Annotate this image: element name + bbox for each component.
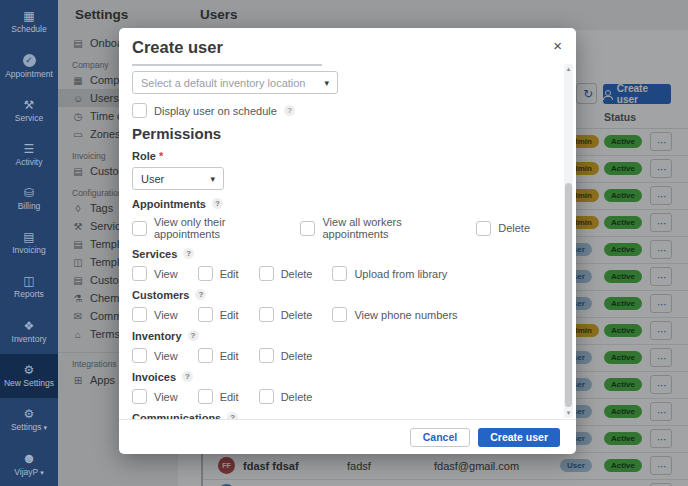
sidebar-item-service[interactable]: ⚒Service: [0, 88, 58, 132]
display-user-on-schedule-label: Display user on schedule: [154, 105, 277, 117]
permission-checkbox-row: View only their appointmentsView all wor…: [132, 216, 550, 240]
checkbox[interactable]: [132, 348, 147, 363]
cancel-button[interactable]: Cancel: [410, 428, 470, 447]
caret-down-icon: ▾: [44, 424, 48, 431]
checkbox[interactable]: [198, 307, 213, 322]
chevron-down-icon: ▾: [210, 174, 215, 184]
user-avatar-icon: ☻: [22, 451, 37, 465]
sidebar-item-label: Inventory: [12, 335, 47, 344]
permission-option-delete: Delete: [259, 389, 313, 404]
permission-section-title: Invoices: [132, 371, 176, 383]
help-icon[interactable]: ?: [182, 371, 193, 382]
sidebar-item-billing[interactable]: ⛁Billing: [0, 177, 58, 221]
permission-section-title: Customers: [132, 289, 189, 301]
scrollbar-up-arrow-icon[interactable]: ▴: [564, 64, 573, 74]
scrollbar-thumb[interactable]: [565, 183, 572, 407]
display-user-on-schedule-checkbox[interactable]: [132, 103, 147, 118]
checkbox[interactable]: [132, 221, 147, 236]
help-icon[interactable]: ?: [188, 330, 199, 341]
checkbox[interactable]: [132, 389, 147, 404]
permission-option-label: Edit: [220, 268, 239, 280]
checkbox[interactable]: [300, 221, 315, 236]
role-select-value: User: [141, 173, 164, 185]
sidebar-item-invoicing[interactable]: ▤Invoicing: [0, 221, 58, 265]
permission-option-upload-from-library: Upload from library: [332, 266, 447, 281]
permission-option-view-phone-numbers: View phone numbers: [332, 307, 457, 322]
modal-scrollbar[interactable]: ▴ ▾: [564, 64, 573, 418]
modal-title: Create user: [132, 38, 223, 57]
coins-icon: ⛁: [24, 187, 34, 199]
sidebar-item-label: Appointment: [5, 70, 53, 79]
scrollbar-down-arrow-icon[interactable]: ▾: [564, 408, 573, 418]
sidebar-item-settings[interactable]: ⚙Settings▾: [0, 398, 58, 442]
permission-section-title: Appointments: [132, 198, 206, 210]
permission-checkbox-row: ViewEditDelete: [132, 348, 550, 363]
permission-section-title: Services: [132, 248, 177, 260]
permission-option-delete: Delete: [259, 266, 313, 281]
sidebar-item-schedule[interactable]: ▦Schedule: [0, 0, 58, 44]
chevron-down-icon: ▾: [324, 78, 329, 88]
permission-option-edit: Edit: [198, 266, 239, 281]
modal-create-user-button[interactable]: Create user: [478, 428, 560, 447]
checkbox[interactable]: [259, 389, 274, 404]
permission-option-label: Delete: [281, 268, 313, 280]
permission-section-services: Services?ViewEditDeleteUpload from libra…: [132, 247, 550, 281]
sidebar-item-label: Billing: [18, 202, 41, 211]
sidebar-item-vijayp[interactable]: ☻VijayP▾: [0, 442, 58, 486]
modal-footer: Cancel Create user: [119, 419, 576, 454]
checkbox[interactable]: [198, 348, 213, 363]
help-icon[interactable]: ?: [284, 105, 295, 116]
checkbox[interactable]: [132, 307, 147, 322]
role-select[interactable]: User ▾: [132, 167, 224, 190]
gear-icon: ⚙: [24, 364, 35, 376]
permission-section-title: Inventory: [132, 330, 182, 342]
sidebar-item-label: New Settings: [4, 379, 54, 388]
sidebar-item-reports[interactable]: ◫Reports: [0, 265, 58, 309]
permission-section-heading: Customers?: [132, 288, 550, 301]
checkbox[interactable]: [332, 266, 347, 281]
sidebar-item-appointment[interactable]: ✓Appointment: [0, 44, 58, 88]
permission-option-label: View: [154, 391, 178, 403]
display-user-on-schedule-row: Display user on schedule ?: [132, 103, 550, 118]
sidebar-item-inventory[interactable]: ❖Inventory: [0, 309, 58, 353]
check-circle-icon: ✓: [23, 54, 36, 67]
role-label: Role *: [132, 150, 550, 162]
permission-option-view: View: [132, 307, 178, 322]
help-icon[interactable]: ?: [195, 289, 206, 300]
checkbox[interactable]: [476, 221, 491, 236]
checkbox[interactable]: [198, 266, 213, 281]
checkbox[interactable]: [332, 307, 347, 322]
permission-option-label: Delete: [498, 222, 530, 234]
checkbox[interactable]: [259, 266, 274, 281]
checkbox[interactable]: [132, 266, 147, 281]
sidebar-item-label: VijayP▾: [14, 468, 43, 477]
permission-option-edit: Edit: [198, 307, 239, 322]
permission-option-label: Delete: [281, 391, 313, 403]
permission-option-delete: Delete: [259, 307, 313, 322]
permission-option-label: View: [154, 350, 178, 362]
checkbox[interactable]: [259, 348, 274, 363]
inventory-boxes-icon: ❖: [24, 320, 35, 332]
invoice-doc-icon: ▤: [23, 231, 34, 243]
default-inventory-location-select[interactable]: Select a default inventory location ▾: [132, 71, 338, 94]
sidebar: ▦Schedule✓Appointment⚒Service☰Activity⛁B…: [0, 0, 58, 486]
sidebar-item-label: Reports: [14, 290, 44, 299]
close-icon[interactable]: ×: [553, 37, 562, 54]
permission-option-view: View: [132, 389, 178, 404]
sidebar-item-label: Schedule: [11, 25, 46, 34]
permission-option-view: View: [132, 266, 178, 281]
permission-option-label: View all workers appointments: [322, 216, 456, 240]
help-icon[interactable]: ?: [183, 248, 194, 259]
permission-checkbox-row: ViewEditDelete: [132, 389, 550, 404]
permission-option-edit: Edit: [198, 348, 239, 363]
checkbox[interactable]: [198, 389, 213, 404]
sidebar-item-activity[interactable]: ☰Activity: [0, 133, 58, 177]
checkbox[interactable]: [259, 307, 274, 322]
permission-option-label: View: [154, 268, 178, 280]
permission-option-delete: Delete: [476, 221, 530, 236]
sidebar-item-label: Activity: [16, 158, 43, 167]
sidebar-item-new-settings[interactable]: ⚙New Settings: [0, 354, 58, 398]
help-icon[interactable]: ?: [212, 198, 223, 209]
permission-sections: Appointments?View only their appointment…: [132, 197, 550, 420]
permission-option-label: View phone numbers: [354, 309, 457, 321]
